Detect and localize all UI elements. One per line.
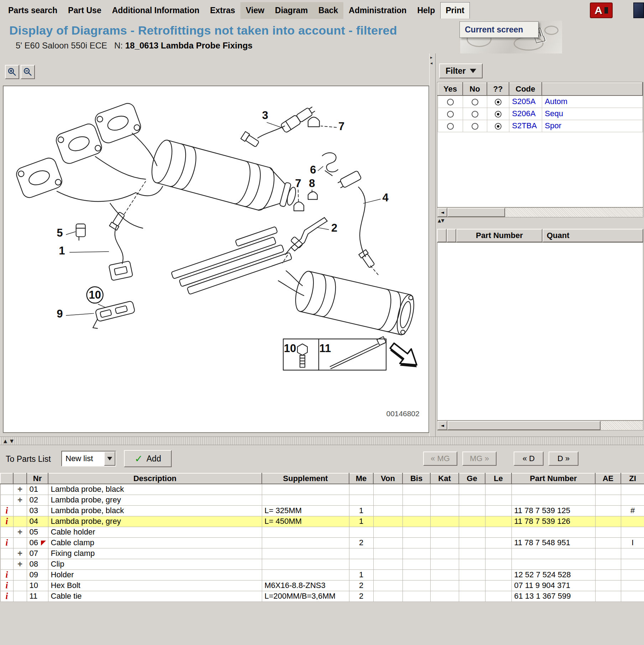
- expand-icon[interactable]: [17, 528, 22, 537]
- expand-icon[interactable]: [17, 560, 22, 569]
- cell-me: 1: [349, 516, 373, 527]
- parts-row-09[interactable]: 09Holder112 52 7 524 528: [0, 569, 644, 580]
- parts-row-10[interactable]: 10Hex BoltM6X16-8.8-ZNS3207 11 9 904 371: [0, 580, 644, 591]
- callout-6[interactable]: 6: [310, 164, 316, 176]
- nav-mg[interactable]: « MG: [423, 452, 457, 466]
- collapse-left-icon[interactable]: [430, 61, 432, 66]
- column-von: Von: [373, 473, 402, 484]
- radio-no-s205a[interactable]: [472, 99, 478, 105]
- cell-info: [0, 516, 13, 527]
- cell-bis: [402, 569, 430, 580]
- radio-yes-s2tba[interactable]: [447, 123, 454, 130]
- menu-additional-information[interactable]: Additional Information: [107, 2, 204, 19]
- panel-mini-splitter[interactable]: [438, 218, 444, 223]
- cell-nr: 05: [27, 527, 48, 537]
- menu-part-use[interactable]: Part Use: [63, 2, 107, 19]
- vertical-splitter[interactable]: [429, 53, 436, 437]
- menu-view[interactable]: View: [240, 2, 270, 19]
- cell-ae: [595, 537, 621, 548]
- scroll-left-button[interactable]: [437, 208, 447, 217]
- column-blank: [437, 229, 447, 242]
- scrollbar-thumb[interactable]: [447, 208, 505, 217]
- nav-button-group: « MGMG »« DD »: [423, 452, 578, 466]
- cell-supplement: [262, 548, 349, 559]
- collapse-right-icon[interactable]: [430, 55, 432, 60]
- menu-diagram[interactable]: Diagram: [270, 2, 313, 19]
- parts-row-05[interactable]: 05Cable holder: [0, 527, 644, 537]
- nav-d[interactable]: D »: [549, 452, 578, 466]
- cell-le: [485, 548, 511, 559]
- menu-back[interactable]: Back: [313, 2, 343, 19]
- cell-ae: [595, 495, 621, 505]
- info-icon[interactable]: [6, 506, 8, 515]
- callout-7[interactable]: 7: [338, 120, 344, 133]
- splitter-up-icon[interactable]: [438, 218, 441, 223]
- parts-row-03[interactable]: 03Lambda probe, blackL= 325MM111 78 7 53…: [0, 505, 644, 516]
- callout-7[interactable]: 7: [295, 177, 301, 190]
- scrollbar-track[interactable]: [505, 208, 643, 217]
- callout-3[interactable]: 3: [262, 109, 268, 122]
- radio-unknown-s205a[interactable]: [495, 99, 502, 105]
- callout-10[interactable]: 10: [89, 289, 101, 301]
- splitter-up-icon[interactable]: [4, 438, 7, 444]
- expand-icon[interactable]: [17, 485, 22, 494]
- cell-expand: [13, 527, 27, 537]
- menu-extras[interactable]: Extras: [205, 2, 240, 19]
- callout-10[interactable]: 10: [284, 342, 296, 355]
- cell-me: [349, 527, 373, 537]
- radio-unknown-s206a[interactable]: [495, 111, 502, 118]
- parts-row-01[interactable]: 01Lambda probe, black: [0, 484, 644, 495]
- expand-icon[interactable]: [17, 549, 22, 558]
- parts-row-08[interactable]: 08Clip: [0, 559, 644, 569]
- parts-diagram[interactable]: 3767842511091011 00146802: [4, 86, 429, 432]
- info-icon[interactable]: [6, 581, 8, 590]
- info-icon[interactable]: [6, 571, 8, 579]
- radio-unknown-s2tba[interactable]: [495, 123, 502, 130]
- callout-1[interactable]: 1: [59, 244, 65, 257]
- callout-4[interactable]: 4: [382, 191, 388, 204]
- expand-icon[interactable]: [17, 496, 22, 505]
- radio-no-s206a[interactable]: [472, 111, 478, 118]
- splitter-down-icon[interactable]: [441, 218, 444, 223]
- nav-mg[interactable]: MG »: [462, 452, 497, 466]
- add-button[interactable]: Add: [124, 450, 172, 467]
- parts-row-02[interactable]: 02Lambda probe, grey: [0, 495, 644, 505]
- cell-info: [0, 569, 13, 580]
- filter-button[interactable]: Filter: [439, 63, 483, 78]
- parts-row-06[interactable]: 06Cable clamp211 78 7 548 951I: [0, 537, 644, 548]
- parts-row-04[interactable]: 04Lambda probe, greyL= 450MM111 78 7 539…: [0, 516, 644, 527]
- callout-9[interactable]: 9: [57, 308, 63, 320]
- filter-button-label: Filter: [446, 66, 466, 76]
- menu-print[interactable]: Print: [440, 2, 469, 19]
- menu-item-current-screen[interactable]: Current screen: [459, 21, 539, 38]
- nav-d[interactable]: « D: [514, 452, 544, 466]
- radio-no-s2tba[interactable]: [472, 123, 478, 130]
- zoom-in-button[interactable]: [5, 65, 19, 79]
- scrollbar-thumb[interactable]: [447, 421, 601, 430]
- info-icon[interactable]: [6, 592, 8, 601]
- parts-list-select[interactable]: New list: [61, 451, 116, 466]
- scrollbar-track[interactable]: [601, 421, 643, 430]
- horizontal-splitter[interactable]: [0, 437, 644, 445]
- radio-yes-s205a[interactable]: [447, 99, 454, 105]
- menu-administration[interactable]: Administration: [343, 2, 412, 19]
- menu-parts-search[interactable]: Parts search: [3, 2, 63, 19]
- callout-2[interactable]: 2: [331, 222, 337, 234]
- to-parts-list-label: To Parts List: [6, 454, 51, 464]
- menu-help[interactable]: Help: [412, 2, 440, 19]
- cell-kat: [430, 548, 459, 559]
- radio-yes-s206a[interactable]: [447, 111, 454, 118]
- zoom-out-button[interactable]: [21, 65, 35, 79]
- callout-8[interactable]: 8: [309, 177, 315, 190]
- callout-5[interactable]: 5: [57, 227, 63, 239]
- filter-description: Spor: [542, 120, 643, 132]
- dropdown-button[interactable]: [104, 452, 115, 466]
- scroll-left-button[interactable]: [437, 421, 447, 430]
- result-table-body: [437, 242, 643, 420]
- callout-11[interactable]: 11: [319, 342, 331, 355]
- splitter-down-icon[interactable]: [10, 438, 14, 444]
- parts-row-11[interactable]: 11Cable tieL=200MM/B=3,6MM261 13 1 367 5…: [0, 591, 644, 602]
- parts-row-07[interactable]: 07Fixing clamp: [0, 548, 644, 559]
- info-icon[interactable]: [6, 538, 8, 547]
- info-icon[interactable]: [6, 517, 8, 526]
